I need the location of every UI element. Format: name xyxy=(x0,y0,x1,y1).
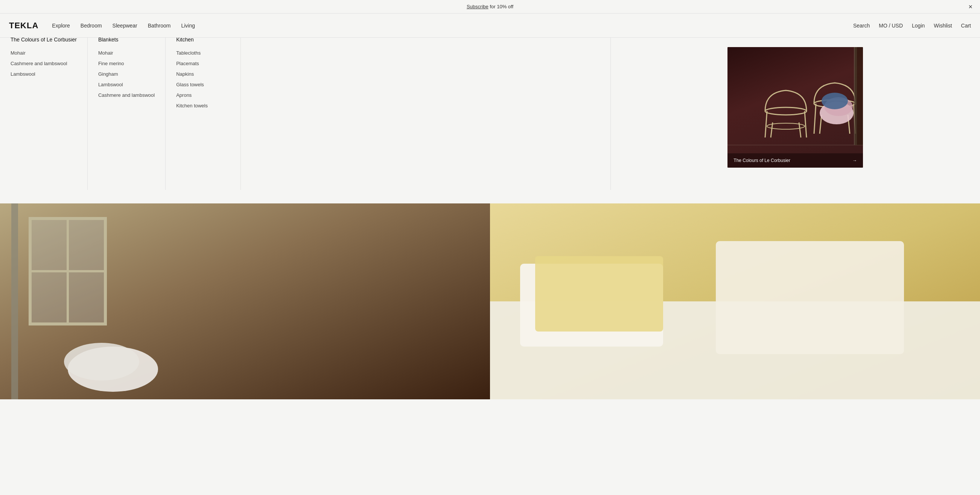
hero-left-svg xyxy=(0,203,490,399)
nav-bathroom[interactable]: Bathroom xyxy=(148,22,171,29)
scene-svg xyxy=(727,47,863,168)
link-lambswool-1[interactable]: Lambswool xyxy=(11,71,35,77)
hero-left xyxy=(0,203,490,399)
mega-col-1: The Colours of Le Corbusier Mohair Cashm… xyxy=(0,24,88,190)
svg-line-1 xyxy=(765,111,767,137)
subscribe-link[interactable]: Subscribe xyxy=(467,4,488,10)
svg-point-23 xyxy=(64,343,139,380)
link-mohair-2[interactable]: Mohair xyxy=(98,50,113,56)
svg-point-0 xyxy=(765,107,807,115)
nav-sleepwear[interactable]: Sleepwear xyxy=(113,22,137,29)
mega-col-blankets-links: Mohair Fine merino Gingham Lambswool Cas… xyxy=(98,50,155,98)
hero-section xyxy=(0,203,980,399)
svg-line-2 xyxy=(805,111,807,137)
featured-caption-text: The Colours of Le Corbusier xyxy=(733,158,790,163)
header-right: Search MO / USD Login Wishlist Cart xyxy=(853,22,971,29)
svg-line-7 xyxy=(814,104,816,134)
header: TEKLA Explore Bedroom Sleepwear Bathroom… xyxy=(0,14,980,38)
link-kitchen-towels[interactable]: Kitchen towels xyxy=(176,103,208,109)
mega-menu: The Colours of Le Corbusier Mohair Cashm… xyxy=(0,24,980,190)
svg-rect-21 xyxy=(11,203,18,399)
featured-arrow: → xyxy=(853,158,857,163)
link-fine-merino[interactable]: Fine merino xyxy=(98,61,124,66)
link-cashmere-lambswool-2[interactable]: Cashmere and lambswool xyxy=(98,92,155,98)
link-mohair-1[interactable]: Mohair xyxy=(11,50,25,56)
currency-link[interactable]: MO / USD xyxy=(879,22,903,29)
link-gingham[interactable]: Gingham xyxy=(98,71,118,77)
svg-rect-28 xyxy=(716,241,904,354)
link-glass-towels[interactable]: Glass towels xyxy=(176,82,204,88)
link-lambswool-2[interactable]: Lambswool xyxy=(98,82,123,88)
cart-link[interactable]: Cart xyxy=(961,22,971,29)
hero-right-svg xyxy=(490,203,980,399)
wishlist-link[interactable]: Wishlist xyxy=(934,22,952,29)
svg-rect-16 xyxy=(855,47,863,145)
close-button[interactable]: × xyxy=(968,3,972,11)
svg-rect-27 xyxy=(535,256,663,332)
search-link[interactable]: Search xyxy=(853,22,870,29)
mega-col-kitchen-links: Tablecloths Placemats Napkins Glass towe… xyxy=(176,50,230,109)
announcement-bar: Subscribe for 10% off × xyxy=(0,0,980,14)
featured-caption[interactable]: The Colours of Le Corbusier → xyxy=(727,153,863,168)
login-link[interactable]: Login xyxy=(912,22,925,29)
announce-text: for 10% off xyxy=(490,4,513,10)
link-aprons[interactable]: Aprons xyxy=(176,92,192,98)
featured-image[interactable]: The Colours of Le Corbusier → xyxy=(727,47,863,168)
nav-living[interactable]: Living xyxy=(181,22,195,29)
nav-explore[interactable]: Explore xyxy=(52,22,70,29)
logo[interactable]: TEKLA xyxy=(9,21,38,30)
link-napkins[interactable]: Napkins xyxy=(176,71,194,77)
hero-right xyxy=(490,203,980,399)
chair-scene-bg xyxy=(727,47,863,168)
svg-point-13 xyxy=(822,93,848,109)
mega-col-empty xyxy=(241,24,611,190)
main-nav: Explore Bedroom Sleepwear Bathroom Livin… xyxy=(52,22,195,29)
link-cashmere-lambswool-1[interactable]: Cashmere and lambswool xyxy=(11,61,67,66)
mega-col-featured: The Colours of Le Corbusier → xyxy=(611,24,980,190)
mega-col-kitchen: Kitchen Tablecloths Placemats Napkins Gl… xyxy=(165,24,241,190)
nav-bedroom[interactable]: Bedroom xyxy=(81,22,102,29)
header-left: TEKLA Explore Bedroom Sleepwear Bathroom… xyxy=(9,21,195,30)
mega-col-1-links: Mohair Cashmere and lambswool Lambswool xyxy=(11,50,77,77)
mega-col-blankets: Blankets Mohair Fine merino Gingham Lamb… xyxy=(88,24,165,190)
link-placemats[interactable]: Placemats xyxy=(176,61,199,66)
link-tablecloths[interactable]: Tablecloths xyxy=(176,50,200,56)
